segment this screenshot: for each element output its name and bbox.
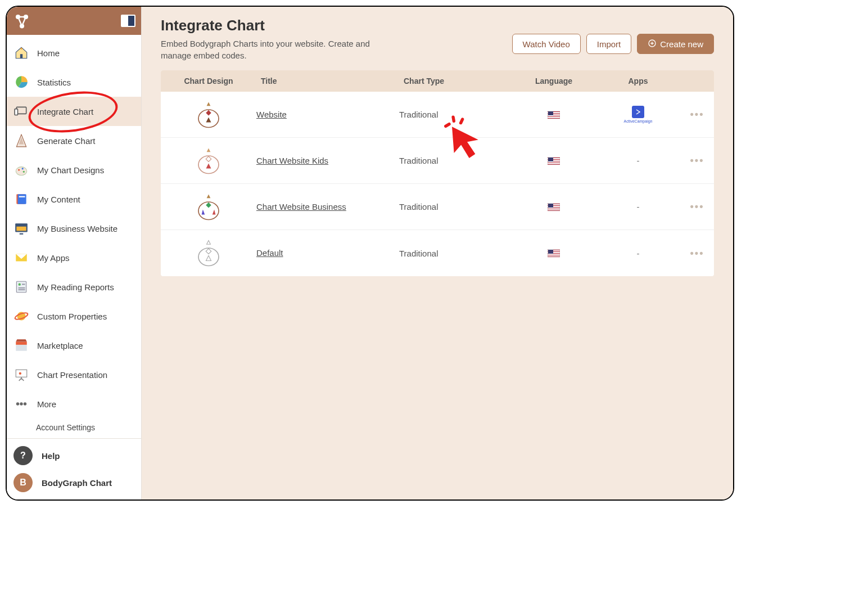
app-logo-icon bbox=[12, 11, 31, 30]
footer-item-account[interactable]: B BodyGraph Chart bbox=[7, 469, 141, 496]
cell-language bbox=[512, 157, 596, 165]
svg-rect-21 bbox=[19, 287, 25, 289]
create-new-button[interactable]: Create new bbox=[637, 34, 714, 54]
bodygraph-icon bbox=[13, 133, 29, 148]
help-icon: ? bbox=[13, 446, 33, 465]
svg-rect-35 bbox=[206, 156, 211, 161]
sidebar-item-label: Marketplace bbox=[37, 341, 83, 350]
col-apps: Apps bbox=[596, 76, 680, 86]
svg-rect-12 bbox=[18, 194, 26, 204]
row-menu-button[interactable]: ••• bbox=[680, 109, 714, 120]
footer-label: Help bbox=[42, 451, 60, 461]
sidebar-item-label: My Reading Reports bbox=[37, 282, 114, 292]
app-icon bbox=[632, 106, 644, 118]
app-label: ActiveCampaign bbox=[624, 119, 653, 123]
row-menu-button[interactable]: ••• bbox=[680, 248, 714, 259]
header-actions: Watch Video Import Create new bbox=[512, 34, 714, 54]
cell-design bbox=[161, 100, 256, 130]
sidebar-subitem-account-settings[interactable]: Account Settings bbox=[7, 418, 141, 436]
chart-title-link[interactable]: Default bbox=[256, 248, 283, 258]
sidebar-item-label: My Content bbox=[37, 195, 80, 204]
cell-title: Chart Website Business bbox=[256, 202, 399, 212]
cell-apps: - bbox=[596, 249, 680, 258]
svg-rect-6 bbox=[15, 109, 17, 115]
dots-icon: ••• bbox=[690, 155, 704, 166]
sidebar-item-my-content[interactable]: My Content bbox=[7, 184, 141, 214]
footer-label: BodyGraph Chart bbox=[42, 478, 112, 488]
col-language: Language bbox=[512, 76, 596, 86]
cell-design bbox=[161, 238, 256, 268]
sidebar-item-more[interactable]: More bbox=[7, 389, 141, 418]
row-menu-button[interactable]: ••• bbox=[680, 201, 714, 213]
planet-icon bbox=[13, 308, 29, 324]
device-icon bbox=[13, 104, 29, 119]
sidebar-item-my-business-website[interactable]: My Business Website bbox=[7, 214, 141, 243]
svg-point-10 bbox=[23, 171, 25, 173]
sidebar-item-marketplace[interactable]: Marketplace bbox=[7, 331, 141, 360]
cell-design bbox=[161, 192, 256, 222]
app-window: Home Statistics Integrate Chart Generate… bbox=[6, 6, 734, 501]
svg-rect-3 bbox=[20, 54, 22, 58]
svg-rect-18 bbox=[16, 281, 26, 292]
cell-title: Website bbox=[256, 110, 399, 120]
dots-icon: ••• bbox=[690, 201, 704, 213]
sidebar-item-my-apps[interactable]: My Apps bbox=[7, 243, 141, 272]
cell-title: Chart Website Kids bbox=[256, 156, 399, 166]
table-row: Chart Website Business Traditional - ••• bbox=[161, 184, 714, 230]
sidebar-item-label: Integrate Chart bbox=[37, 107, 93, 116]
plus-circle-icon bbox=[648, 39, 657, 50]
cell-apps: - bbox=[596, 202, 680, 212]
sidebar-item-home[interactable]: Home bbox=[7, 38, 141, 68]
sidebar-item-custom-properties[interactable]: Custom Properties bbox=[7, 302, 141, 331]
svg-point-28 bbox=[16, 402, 19, 405]
svg-point-4 bbox=[20, 48, 22, 50]
cell-design bbox=[161, 146, 256, 176]
sidebar-item-chart-presentation[interactable]: Chart Presentation bbox=[7, 360, 141, 389]
charts-table: Chart Design Title Chart Type Language A… bbox=[161, 70, 714, 276]
sidebar-item-integrate-chart[interactable]: Integrate Chart bbox=[7, 97, 141, 126]
chart-thumbnail-icon bbox=[195, 238, 222, 268]
sidebar-item-label: Home bbox=[37, 48, 60, 58]
svg-rect-25 bbox=[16, 345, 27, 351]
sidebar-item-statistics[interactable]: Statistics bbox=[7, 68, 141, 97]
cell-language bbox=[512, 203, 596, 211]
us-flag-icon bbox=[548, 111, 560, 119]
svg-rect-16 bbox=[20, 233, 24, 235]
watch-video-button[interactable]: Watch Video bbox=[512, 34, 581, 54]
chart-thumbnail-icon bbox=[195, 192, 222, 222]
col-design: Chart Design bbox=[161, 76, 256, 86]
button-label: Create new bbox=[660, 39, 703, 49]
svg-point-29 bbox=[20, 402, 22, 405]
sidebar-item-generate-chart[interactable]: Generate Chart bbox=[7, 126, 141, 155]
chart-title-link[interactable]: Chart Website Kids bbox=[256, 156, 328, 165]
sidebar-subitem-label: Account Settings bbox=[36, 423, 95, 432]
sidebar-item-label: My Business Website bbox=[37, 224, 117, 233]
sidebar-item-my-reading-reports[interactable]: My Reading Reports bbox=[7, 272, 141, 302]
svg-point-19 bbox=[19, 284, 21, 286]
svg-point-38 bbox=[198, 248, 219, 266]
svg-point-9 bbox=[22, 168, 24, 169]
home-icon bbox=[13, 45, 29, 61]
cell-apps: ActiveCampaign bbox=[596, 106, 680, 123]
svg-point-30 bbox=[24, 402, 26, 405]
sidebar-footer: ? Help B BodyGraph Chart bbox=[7, 438, 141, 500]
sidebar-collapse-toggle[interactable] bbox=[121, 15, 135, 27]
import-button[interactable]: Import bbox=[586, 34, 632, 54]
chart-title-link[interactable]: Chart Website Business bbox=[256, 202, 346, 212]
sidebar-item-my-chart-designs[interactable]: My Chart Designs bbox=[7, 155, 141, 184]
book-icon bbox=[13, 191, 29, 207]
row-menu-button[interactable]: ••• bbox=[680, 155, 714, 166]
svg-rect-22 bbox=[19, 289, 25, 290]
chart-title-link[interactable]: Website bbox=[256, 110, 287, 119]
store-icon bbox=[13, 338, 29, 353]
sidebar-nav: Home Statistics Integrate Chart Generate… bbox=[7, 35, 141, 438]
browser-icon bbox=[13, 220, 29, 236]
palette-icon bbox=[13, 162, 29, 178]
svg-rect-13 bbox=[19, 196, 25, 197]
footer-item-help[interactable]: ? Help bbox=[7, 442, 141, 469]
chart-thumbnail-icon bbox=[195, 146, 222, 176]
table-header: Chart Design Title Chart Type Language A… bbox=[161, 70, 714, 92]
svg-rect-15 bbox=[16, 227, 26, 231]
mail-icon bbox=[13, 250, 29, 266]
sidebar-item-label: My Apps bbox=[37, 253, 70, 263]
